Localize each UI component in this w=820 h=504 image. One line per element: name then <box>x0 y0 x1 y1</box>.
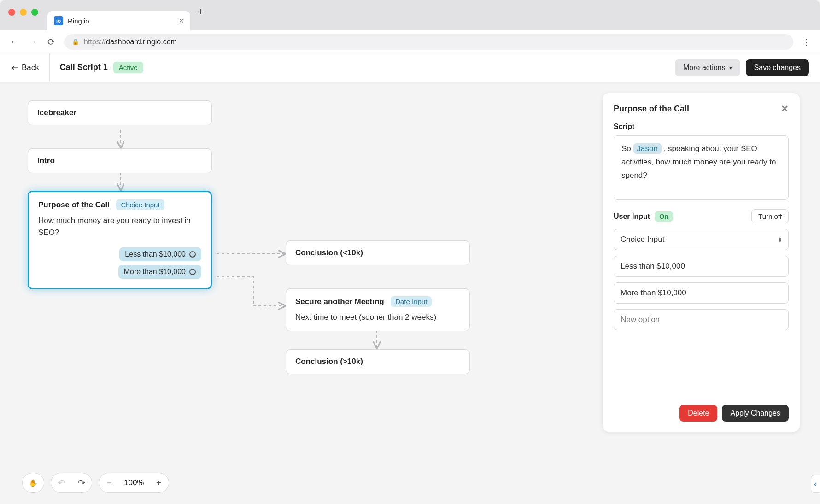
undo-redo-group: ↶ ↷ <box>51 473 92 493</box>
select-caret-icon: ▴▾ <box>779 237 782 242</box>
input-type-select[interactable]: Choice Input ▴▾ <box>614 229 789 250</box>
back-button[interactable]: ⇤ Back <box>11 53 50 82</box>
properties-panel: Purpose of the Call ✕ Script So Jason , … <box>603 93 800 432</box>
save-button[interactable]: Save changes <box>746 59 809 76</box>
zoom-controls: ✋ ↶ ↷ − 100% + <box>22 473 169 493</box>
close-tab-icon[interactable]: × <box>179 16 184 26</box>
node-conclusion-lt10k[interactable]: Conclusion (<10k) <box>286 240 470 265</box>
flow-canvas[interactable]: Icebreaker Intro Purpose of the Call Cho… <box>0 82 820 504</box>
zoom-out-button[interactable]: − <box>99 478 119 488</box>
browser-tab-strip: io Ring.io × + <box>0 0 820 30</box>
pan-tool-button[interactable]: ✋ <box>22 473 44 493</box>
script-text-prefix: So <box>621 144 633 153</box>
node-icebreaker[interactable]: Icebreaker <box>28 100 212 125</box>
hand-icon: ✋ <box>29 479 38 487</box>
more-actions-button[interactable]: More actions ▾ <box>675 59 740 76</box>
node-title: Conclusion (>10k) <box>295 357 460 366</box>
undo-button[interactable]: ↶ <box>51 477 71 488</box>
choice-label: More than $10,000 <box>124 268 186 276</box>
redo-button[interactable]: ↷ <box>71 477 92 488</box>
output-port-icon[interactable] <box>189 269 196 275</box>
chevron-down-icon: ▾ <box>729 64 732 71</box>
browser-toolbar: ← → ⟳ 🔒 https://dashboard.ringio.com ⋮ <box>0 30 820 53</box>
minimize-window-icon[interactable] <box>20 9 27 16</box>
favicon-icon: io <box>54 16 63 25</box>
chevron-left-icon: ‹ <box>814 479 817 488</box>
new-option-input[interactable] <box>614 309 789 330</box>
output-port-icon[interactable] <box>189 251 196 258</box>
app-header: ⇤ Back Call Script 1 Active More actions… <box>0 53 820 82</box>
user-input-label: User Input <box>614 212 650 221</box>
browser-menu-icon[interactable]: ⋮ <box>802 36 811 47</box>
node-secure-meeting[interactable]: Secure another Meeting Date Input Next t… <box>286 288 470 331</box>
node-purpose[interactable]: Purpose of the Call Choice Input How muc… <box>28 191 212 289</box>
zoom-in-button[interactable]: + <box>148 478 169 488</box>
expand-panel-tab[interactable]: ‹ <box>811 475 820 493</box>
address-bar[interactable]: 🔒 https://dashboard.ringio.com <box>64 34 793 50</box>
node-title: Intro <box>37 156 202 165</box>
choice-input-tag: Choice Input <box>116 199 164 210</box>
page-title: Call Script 1 <box>60 63 108 72</box>
node-title: Icebreaker <box>37 108 202 117</box>
node-title: Secure another Meeting <box>295 297 384 306</box>
new-tab-button[interactable]: + <box>198 6 204 18</box>
back-label: Back <box>22 63 39 72</box>
option-input-1[interactable] <box>614 256 789 277</box>
lock-icon: 🔒 <box>72 38 79 45</box>
date-input-tag: Date Input <box>391 296 432 307</box>
panel-title: Purpose of the Call <box>614 104 689 114</box>
zoom-group: − 100% + <box>99 473 169 493</box>
close-window-icon[interactable] <box>8 9 15 16</box>
node-intro[interactable]: Intro <box>28 148 212 173</box>
node-conclusion-gt10k[interactable]: Conclusion (>10k) <box>286 349 470 374</box>
script-label: Script <box>614 123 789 131</box>
browser-tab[interactable]: io Ring.io × <box>47 11 190 30</box>
status-badge: Active <box>113 62 143 73</box>
choice-label: Less than $10,000 <box>125 250 186 258</box>
choice-option-1[interactable]: Less than $10,000 <box>119 247 201 261</box>
node-title: Conclusion (<10k) <box>295 248 460 258</box>
turn-off-button[interactable]: Turn off <box>751 209 789 223</box>
delete-button[interactable]: Delete <box>679 405 717 422</box>
node-title: Purpose of the Call <box>38 200 110 209</box>
back-arrow-icon: ⇤ <box>11 63 18 73</box>
script-textarea[interactable]: So Jason , speaking about your SEO activ… <box>614 135 789 200</box>
tab-title: Ring.io <box>68 17 174 25</box>
window-controls <box>8 9 38 16</box>
node-body: Next time to meet (sooner than 2 weeks) <box>295 311 460 323</box>
option-input-2[interactable] <box>614 282 789 304</box>
more-actions-label: More actions <box>683 64 726 72</box>
select-value: Choice Input <box>621 235 664 244</box>
back-icon[interactable]: ← <box>9 37 19 47</box>
url-text: https://dashboard.ringio.com <box>84 38 177 46</box>
zoom-level: 100% <box>119 478 148 487</box>
forward-icon[interactable]: → <box>28 37 38 47</box>
maximize-window-icon[interactable] <box>31 9 38 16</box>
mention-chip[interactable]: Jason <box>633 143 662 154</box>
choice-option-2[interactable]: More than $10,000 <box>118 265 201 279</box>
close-panel-icon[interactable]: ✕ <box>781 103 789 114</box>
reload-icon[interactable]: ⟳ <box>46 37 56 47</box>
node-body: How much money are you ready to invest i… <box>38 215 201 238</box>
user-input-status-badge: On <box>655 211 673 222</box>
apply-changes-button[interactable]: Apply Changes <box>722 405 789 422</box>
